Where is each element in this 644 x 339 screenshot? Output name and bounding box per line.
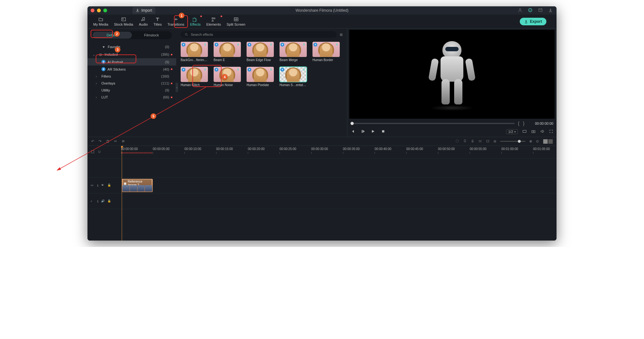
download-icon[interactable]	[548, 8, 553, 13]
ruler-tick: 00:00:25:00	[280, 147, 296, 154]
zoom-in-icon[interactable]: ⊕	[529, 139, 532, 143]
spacer-track[interactable]	[121, 159, 557, 178]
link-icon[interactable]	[91, 150, 95, 154]
marker-icon[interactable]	[463, 139, 467, 144]
download-icon[interactable]: ⬇	[303, 68, 306, 71]
effect-item[interactable]: ♛ ⬇ Beam Merge	[280, 42, 307, 62]
audio-track[interactable]	[121, 193, 557, 209]
download-icon[interactable]: ⬇	[204, 43, 207, 46]
mark-in-icon[interactable]: {	[518, 121, 520, 126]
effect-item[interactable]: ♛ ⬇ Human Glitch	[181, 67, 208, 87]
delete-icon[interactable]	[106, 139, 110, 144]
import-button[interactable]: Import	[132, 7, 155, 14]
render-icon[interactable]	[455, 139, 459, 144]
chevron-right-icon: ›	[96, 75, 97, 78]
volume-icon[interactable]	[540, 129, 544, 134]
adjust-icon[interactable]	[121, 139, 125, 144]
tab-titles[interactable]: Titles	[151, 16, 164, 27]
timeline-body[interactable]: 00:00:00:0000:00:05:0000:00:10:0000:00:1…	[121, 146, 557, 241]
download-icon[interactable]: ⬇	[204, 68, 207, 71]
effect-item[interactable]: ♛ ⬇ Beam Edge Flow	[247, 42, 274, 62]
tree-favorite[interactable]: ♥ Favorite (0)	[87, 43, 176, 51]
timeline-view-toggle[interactable]	[543, 139, 553, 144]
new-dot	[171, 97, 172, 98]
prev-frame-icon[interactable]	[351, 129, 355, 134]
crop-icon[interactable]	[486, 139, 490, 144]
ruler-tick: 00:00:55:00	[470, 147, 486, 154]
tree-overlays[interactable]: › Overlays (111)	[87, 80, 176, 87]
fullscreen-icon[interactable]	[549, 129, 553, 134]
grid-view-toggle[interactable]: ⊞	[340, 33, 343, 37]
zoom-slider[interactable]	[500, 141, 525, 142]
preview-scale-select[interactable]: 1/2▾	[506, 129, 518, 134]
tab-my-media[interactable]: My Media	[91, 16, 110, 27]
tab-effects[interactable]: Effects	[188, 16, 203, 27]
empty-area[interactable]	[121, 209, 557, 235]
download-icon[interactable]: ⬇	[270, 68, 273, 71]
export-button[interactable]: Export	[520, 18, 546, 25]
tree-included[interactable]: ⌄ ⊞ Included (395)	[87, 51, 176, 58]
preview-viewport[interactable]	[349, 30, 555, 119]
badge-dot	[221, 16, 222, 17]
effect-item[interactable]: ♛ ⬇ Human Pixelate	[247, 67, 274, 87]
video-track[interactable]: ▣Reference Image 2	[121, 178, 557, 193]
effect-item[interactable]: ♛ ⬇ BackGro…fterimage	[181, 42, 208, 62]
download-icon[interactable]: ⬇	[303, 43, 306, 46]
effect-item[interactable]: ♛ ⬇ Human Border	[312, 42, 340, 62]
play-icon[interactable]	[371, 129, 375, 134]
maximize-window[interactable]	[103, 9, 107, 12]
download-icon[interactable]: ⬇	[270, 43, 273, 46]
undo-icon[interactable]: ↶	[91, 139, 94, 144]
tree-ar-stickers[interactable]: ♛ AR Stickers (40)	[87, 66, 176, 73]
subtab-default[interactable]: Default	[93, 32, 132, 39]
ruler-tick: 00:00:20:00	[248, 147, 265, 154]
stop-icon[interactable]	[381, 129, 385, 134]
close-window[interactable]	[91, 9, 94, 12]
download-icon[interactable]: ⬇	[237, 68, 240, 71]
voiceover-icon[interactable]	[471, 139, 474, 144]
mixer-icon[interactable]	[478, 139, 482, 144]
effect-item[interactable]: ♛ ⬇ Beam E	[214, 42, 241, 62]
lock-icon[interactable]: 🔓	[107, 199, 111, 203]
visibility-icon[interactable]: 👁	[101, 184, 105, 187]
timeline-ruler[interactable]: 00:00:00:0000:00:05:0000:00:10:0000:00:1…	[121, 146, 557, 159]
sidebar-collapse-handle[interactable]: ‹	[176, 83, 178, 92]
lock-icon[interactable]: 🔓	[107, 184, 111, 187]
video-track-head: ▭1 👁 🔓	[87, 178, 121, 193]
download-icon[interactable]: ⬇	[237, 43, 240, 46]
chevron-right-icon: ›	[96, 96, 97, 99]
quality-icon[interactable]	[522, 129, 527, 134]
zoom-fit-icon[interactable]: ⊙	[536, 139, 539, 143]
crown-icon: ♛	[280, 43, 284, 47]
timeline-options[interactable]	[87, 146, 121, 159]
cloud-icon[interactable]	[528, 8, 532, 13]
zoom-out-icon[interactable]: ⊖	[493, 139, 496, 143]
tab-audio[interactable]: Audio	[137, 16, 150, 27]
tree-lut[interactable]: › LUT (66)	[87, 94, 176, 101]
mute-icon[interactable]: 🔊	[101, 199, 105, 203]
tab-elements[interactable]: Elements	[204, 16, 223, 27]
tree-ai-portrait[interactable]: ♛ AI Portrait (9)	[87, 58, 176, 66]
snapshot-icon[interactable]	[531, 129, 536, 134]
preview-scrubber[interactable]	[351, 123, 515, 124]
minimize-window[interactable]	[97, 9, 101, 12]
play-pause-icon[interactable]	[361, 129, 365, 134]
mark-out-icon[interactable]: }	[523, 121, 525, 126]
tab-split-screen[interactable]: Split Screen	[225, 16, 247, 27]
tree-filters[interactable]: › Filters (160)	[87, 73, 176, 80]
cut-icon[interactable]: ✂	[114, 139, 117, 144]
download-icon[interactable]: ⬇	[336, 43, 339, 46]
effect-item[interactable]: ♛ ⬇ Human S…entation	[280, 67, 307, 87]
audio-track-head: ♪1 🔊 🔓	[87, 193, 121, 209]
account-icon[interactable]	[518, 8, 522, 13]
message-icon[interactable]	[538, 8, 543, 13]
search-input[interactable]: Search effects	[181, 31, 337, 38]
redo-icon[interactable]: ↷	[99, 139, 101, 144]
tab-stock-media[interactable]: Stock Media	[112, 16, 135, 27]
tree-utility[interactable]: Utility (9)	[87, 87, 176, 94]
svg-point-1	[529, 9, 532, 12]
video-clip[interactable]: ▣Reference Image 2	[122, 179, 153, 192]
subtab-filmstock[interactable]: Filmstock	[132, 32, 171, 39]
magnet-icon[interactable]	[97, 150, 101, 154]
playhead[interactable]	[122, 146, 122, 241]
